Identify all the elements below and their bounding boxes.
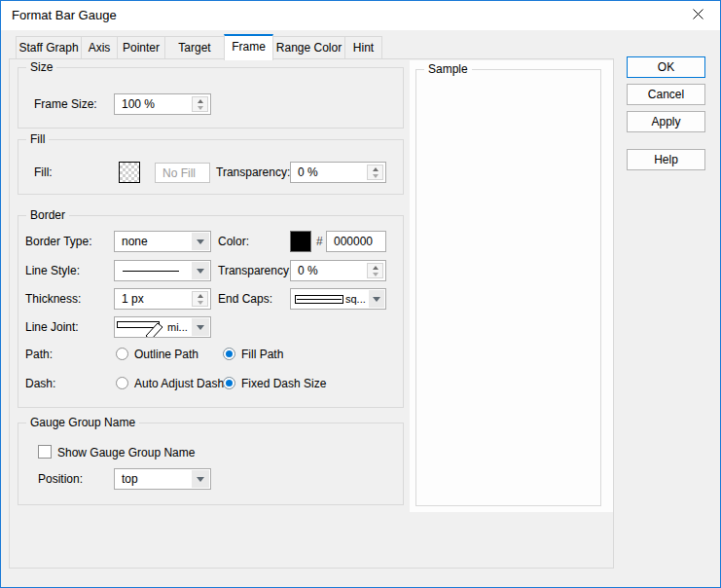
spinner-down-icon[interactable] (368, 271, 382, 277)
position-value: top (122, 472, 138, 486)
chevron-down-icon (197, 239, 204, 244)
fill-transparency-input[interactable]: 0 % (290, 162, 386, 183)
window-title: Format Bar Gauge (12, 1, 117, 30)
border-color-swatch[interactable] (290, 231, 311, 252)
tab-hint[interactable]: Hint (344, 36, 382, 59)
fixed-dash-size-radio[interactable] (223, 377, 235, 389)
border-color-hex-value: 000000 (334, 235, 373, 248)
line-joint-combo[interactable]: mi... (114, 316, 211, 338)
position-label: Position: (38, 468, 83, 490)
chevron-down-icon (197, 325, 204, 330)
spinner-down-icon[interactable] (193, 299, 207, 306)
tab-bar: Staff Graph Axis Pointer Target Frame Ra… (16, 36, 382, 60)
fill-transparency-value: 0 % (298, 165, 318, 179)
spinner-down-icon[interactable] (193, 104, 207, 111)
titlebar: Format Bar Gauge (1, 1, 720, 30)
fill-path-radio[interactable] (223, 348, 235, 360)
sample-group: Sample (415, 69, 601, 506)
solid-line-icon (123, 271, 179, 272)
spinner-up-icon[interactable] (368, 165, 382, 172)
auto-adjust-dash-radio[interactable] (116, 377, 128, 389)
border-type-value: none (122, 235, 148, 248)
frame-size-input[interactable]: 100 % (114, 93, 211, 115)
path-label: Path: (25, 344, 53, 365)
close-icon (693, 9, 703, 22)
ok-button[interactable]: OK (627, 56, 705, 78)
outline-path-label[interactable]: Outline Path (134, 348, 198, 361)
combo-arrow-button[interactable] (192, 233, 209, 250)
fill-transparency-label: Transparency: (216, 162, 290, 183)
line-style-combo[interactable] (114, 260, 211, 281)
border-transparency-spinner (367, 263, 383, 278)
spinner-down-icon[interactable] (368, 172, 382, 179)
fill-label: Fill: (34, 162, 53, 183)
fixed-dash-size-label[interactable]: Fixed Dash Size (241, 377, 326, 390)
thickness-value: 1 px (122, 292, 144, 306)
square-cap-icon (295, 289, 343, 309)
combo-arrow-button[interactable] (192, 470, 209, 488)
line-joint-value: mi... (167, 321, 188, 333)
auto-adjust-dash-label[interactable]: Auto Adjust Dash (134, 377, 224, 390)
frame-size-label: Frame Size: (34, 93, 97, 115)
tab-staff-graph[interactable]: Staff Graph (16, 36, 82, 59)
show-gauge-group-name-label[interactable]: Show Gauge Group Name (57, 446, 195, 459)
border-transparency-input[interactable]: 0 % (290, 260, 386, 281)
gauge-group-name-group: Gauge Group Name (18, 423, 404, 505)
fill-value-field[interactable]: No Fill (155, 163, 210, 183)
chevron-down-icon (197, 477, 204, 482)
tab-target[interactable]: Target (164, 36, 225, 59)
fill-transparency-spinner (367, 165, 383, 180)
border-group-legend: Border (26, 208, 69, 223)
dash-label: Dash: (25, 373, 55, 394)
help-button[interactable]: Help (627, 149, 705, 170)
color-hash-sign: # (316, 231, 323, 252)
tab-pointer[interactable]: Pointer (117, 36, 165, 59)
apply-button[interactable]: Apply (627, 111, 705, 132)
cancel-button[interactable]: Cancel (627, 84, 705, 105)
combo-arrow-button[interactable] (369, 290, 384, 308)
sample-group-legend: Sample (424, 62, 472, 77)
border-color-hex-input[interactable]: 000000 (326, 231, 386, 252)
outline-path-radio[interactable] (116, 348, 128, 360)
border-transparency-value: 0 % (298, 264, 318, 277)
border-transparency-label: Transparency: (218, 260, 292, 281)
close-button[interactable] (676, 1, 720, 29)
chevron-down-icon (373, 297, 380, 302)
show-gauge-group-name-checkbox[interactable] (38, 445, 52, 459)
tab-range-color[interactable]: Range Color (272, 36, 345, 59)
fill-path-label[interactable]: Fill Path (241, 348, 283, 361)
tab-frame[interactable]: Frame (224, 34, 273, 60)
thickness-label: Thickness: (25, 288, 81, 310)
format-bar-gauge-dialog: Format Bar Gauge Staff Graph Axis Pointe… (0, 0, 721, 588)
end-caps-label: End Caps: (218, 288, 272, 310)
fill-swatch-button[interactable] (119, 162, 140, 183)
fill-value: No Fill (162, 166, 196, 180)
spinner-up-icon[interactable] (193, 292, 207, 299)
frame-size-spinner (192, 96, 208, 112)
border-type-label: Border Type: (25, 231, 91, 252)
thickness-spinner (192, 291, 208, 307)
end-caps-combo[interactable]: sq... (290, 288, 386, 310)
chevron-down-icon (197, 269, 204, 274)
line-joint-label: Line Joint: (25, 316, 79, 338)
border-color-label: Color: (218, 231, 249, 252)
miter-joint-icon (117, 317, 167, 337)
spinner-up-icon[interactable] (193, 97, 207, 104)
spinner-up-icon[interactable] (368, 264, 382, 271)
thickness-input[interactable]: 1 px (114, 288, 211, 310)
line-style-label: Line Style: (25, 260, 80, 281)
border-type-combo[interactable]: none (114, 231, 211, 252)
position-combo[interactable]: top (114, 468, 211, 490)
tab-axis[interactable]: Axis (81, 36, 118, 59)
gauge-group-legend: Gauge Group Name (26, 416, 139, 430)
size-group-legend: Size (26, 60, 56, 75)
combo-arrow-button[interactable] (192, 262, 209, 279)
frame-size-value: 100 % (122, 97, 155, 111)
end-caps-value: sq... (345, 293, 366, 305)
fill-group-legend: Fill (26, 132, 49, 147)
combo-arrow-button[interactable] (192, 318, 209, 336)
